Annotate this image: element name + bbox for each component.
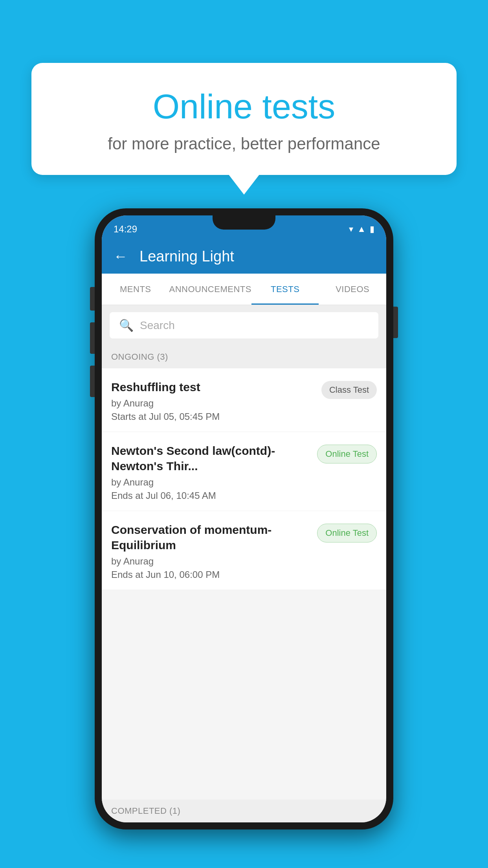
test-date-3: Ends at Jun 10, 06:00 PM: [111, 569, 311, 580]
tab-announcements[interactable]: ANNOUNCEMENTS: [169, 274, 251, 305]
ongoing-label: ONGOING (3): [111, 352, 168, 362]
bubble-subtitle: for more practice, better performance: [51, 134, 437, 153]
completed-label: COMPLETED (1): [111, 806, 180, 816]
search-input[interactable]: Search: [140, 319, 175, 332]
status-icons: ▾ ▲ ▮: [349, 220, 374, 234]
test-info-2: Newton's Second law(contd)-Newton's Thir…: [111, 443, 317, 501]
app-bar: ← Learning Light: [102, 239, 386, 274]
phone-silent-button: [90, 366, 95, 397]
ongoing-section-header: ONGOING (3): [102, 346, 386, 368]
test-item-2[interactable]: Newton's Second law(contd)-Newton's Thir…: [102, 432, 386, 511]
test-by-3: by Anurag: [111, 556, 311, 567]
phone-volume-up-button: [90, 287, 95, 311]
test-date-2: Ends at Jul 06, 10:45 AM: [111, 490, 311, 501]
test-badge-2: Online Test: [317, 445, 377, 463]
test-item-1[interactable]: Reshuffling test by Anurag Starts at Jul…: [102, 368, 386, 432]
search-container: 🔍 Search: [102, 305, 386, 346]
battery-icon: ▮: [370, 224, 374, 234]
test-badge-1: Class Test: [321, 381, 377, 399]
test-list: Reshuffling test by Anurag Starts at Jul…: [102, 368, 386, 590]
test-badge-3: Online Test: [317, 524, 377, 542]
completed-section-header: COMPLETED (1): [102, 800, 386, 822]
status-time: 14:29: [114, 220, 137, 235]
test-item-3[interactable]: Conservation of momentum-Equilibrium by …: [102, 511, 386, 590]
phone-mockup: 14:29 ▾ ▲ ▮ ← Learning Light MENTS ANNOU…: [95, 208, 393, 829]
test-info-1: Reshuffling test by Anurag Starts at Jul…: [111, 379, 321, 422]
tab-videos[interactable]: VIDEOS: [319, 274, 386, 305]
app-title: Learning Light: [139, 248, 234, 265]
test-by-2: by Anurag: [111, 477, 311, 488]
wifi-icon: ▾: [349, 224, 353, 234]
search-box[interactable]: 🔍 Search: [110, 312, 378, 338]
bubble-title: Online tests: [51, 86, 437, 127]
test-info-3: Conservation of momentum-Equilibrium by …: [111, 522, 317, 580]
test-name-3: Conservation of momentum-Equilibrium: [111, 522, 311, 553]
tab-tests[interactable]: TESTS: [251, 274, 319, 305]
phone-screen: 14:29 ▾ ▲ ▮ ← Learning Light MENTS ANNOU…: [102, 215, 386, 822]
signal-icon: ▲: [357, 224, 366, 234]
phone-power-button: [393, 307, 398, 338]
test-name-1: Reshuffling test: [111, 379, 315, 395]
back-button[interactable]: ←: [114, 248, 128, 265]
tabs-bar: MENTS ANNOUNCEMENTS TESTS VIDEOS: [102, 274, 386, 305]
tab-ments[interactable]: MENTS: [102, 274, 169, 305]
phone-notch: [213, 215, 275, 230]
phone-volume-down-button: [90, 322, 95, 354]
test-name-2: Newton's Second law(contd)-Newton's Thir…: [111, 443, 311, 474]
search-icon: 🔍: [119, 318, 134, 332]
test-by-1: by Anurag: [111, 398, 315, 409]
promo-bubble: Online tests for more practice, better p…: [31, 63, 457, 175]
test-date-1: Starts at Jul 05, 05:45 PM: [111, 411, 315, 422]
phone-shell: 14:29 ▾ ▲ ▮ ← Learning Light MENTS ANNOU…: [95, 208, 393, 829]
